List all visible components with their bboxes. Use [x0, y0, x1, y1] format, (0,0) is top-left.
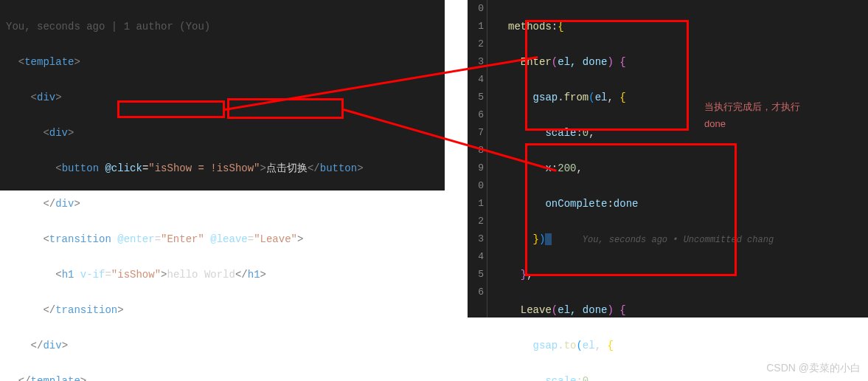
watermark: CSDN @卖菜的小白 — [766, 362, 861, 375]
editor-ruler — [487, 0, 487, 318]
highlight-box-enter-attr — [117, 100, 225, 118]
git-blame-header: You, seconds ago | 1 author (You) — [6, 18, 364, 35]
annotation-text-1: 当执行完成后，才执行 — [704, 100, 800, 114]
highlight-box-leave-fn — [525, 143, 737, 276]
annotation-text-2: done — [704, 118, 726, 129]
code-content-left[interactable]: You, seconds ago | 1 author (You) <templ… — [6, 0, 364, 381]
highlight-box-leave-attr — [227, 98, 344, 119]
highlight-box-enter-fn — [525, 20, 689, 131]
code-editor-left: You, seconds ago | 1 author (You) <templ… — [0, 0, 445, 190]
